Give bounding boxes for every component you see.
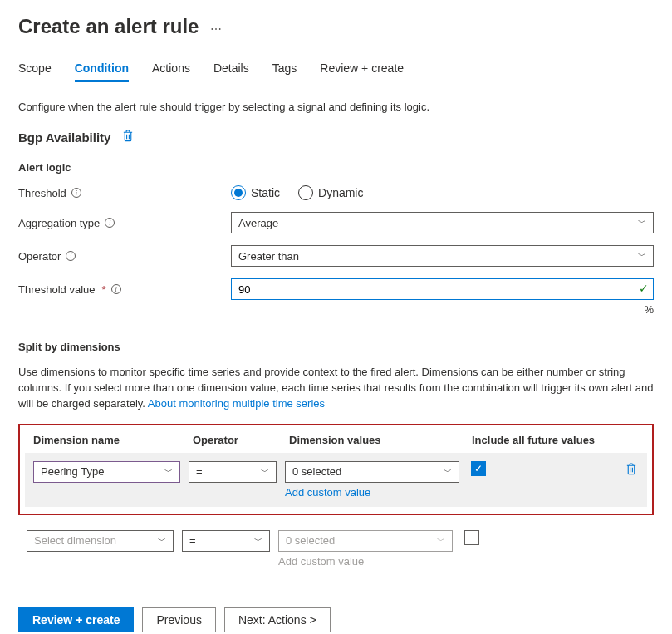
chevron-down-icon: ﹀: [164, 466, 173, 478]
dimension-operator-select[interactable]: = ﹀: [182, 530, 270, 552]
add-custom-value-link: Add custom value: [278, 555, 453, 568]
chevron-down-icon: ﹀: [261, 466, 269, 478]
page-title: Create an alert rule: [18, 15, 199, 38]
dimension-values-select[interactable]: 0 selected ﹀: [278, 530, 453, 552]
tab-scope[interactable]: Scope: [18, 61, 52, 82]
operator-select[interactable]: Greater than ﹀: [231, 245, 654, 267]
add-custom-value-link[interactable]: Add custom value: [285, 486, 459, 499]
tab-actions[interactable]: Actions: [152, 61, 190, 82]
previous-button[interactable]: Previous: [142, 607, 215, 632]
threshold-value-input[interactable]: [231, 278, 654, 300]
more-actions-icon[interactable]: ⋯: [210, 17, 223, 36]
chevron-down-icon: ﹀: [158, 535, 166, 547]
delete-signal-button[interactable]: [122, 130, 134, 145]
info-icon[interactable]: i: [66, 251, 76, 261]
info-icon[interactable]: i: [105, 218, 115, 228]
check-icon: ✓: [639, 282, 649, 295]
dimension-row: Peering Type ﹀ = ﹀ 0 selected ﹀ Add cust…: [25, 453, 647, 507]
aggregation-label: Aggregation type: [18, 217, 100, 229]
operator-label: Operator: [18, 250, 61, 263]
chevron-down-icon: ﹀: [638, 217, 646, 229]
col-dimension-name: Dimension name: [33, 434, 193, 446]
alert-logic-heading: Alert logic: [18, 161, 654, 174]
col-operator: Operator: [193, 434, 289, 446]
trash-icon: [122, 130, 134, 142]
multi-timeseries-link[interactable]: About monitoring multiple time series: [148, 397, 325, 410]
tab-condition[interactable]: Condition: [75, 61, 129, 82]
chevron-down-icon: ﹀: [254, 535, 262, 547]
split-heading: Split by dimensions: [18, 341, 654, 353]
aggregation-select[interactable]: Average ﹀: [231, 212, 654, 233]
chevron-down-icon: ﹀: [444, 466, 452, 478]
threshold-label: Threshold: [18, 187, 66, 199]
dimension-row: Select dimension ﹀ = ﹀ 0 selected ﹀ Add …: [18, 522, 654, 576]
chevron-down-icon: ﹀: [638, 250, 646, 262]
threshold-radio-static[interactable]: Static: [231, 185, 280, 200]
col-future-values: Include all future values: [472, 434, 639, 446]
delete-dimension-button[interactable]: [625, 463, 637, 478]
tab-review-create[interactable]: Review + create: [320, 61, 404, 82]
tab-details[interactable]: Details: [213, 61, 249, 82]
dimension-name-select[interactable]: Peering Type ﹀: [33, 461, 180, 483]
include-future-checkbox[interactable]: [464, 530, 479, 545]
required-indicator: *: [102, 283, 106, 296]
threshold-radio-group: Static Dynamic: [231, 185, 363, 200]
threshold-value-label: Threshold value: [18, 283, 96, 296]
dimension-highlight-box: Dimension name Operator Dimension values…: [18, 424, 654, 515]
tab-description: Configure when the alert rule should tri…: [18, 101, 654, 113]
split-description: Use dimensions to monitor specific time …: [18, 365, 654, 412]
unit-label: %: [231, 303, 654, 316]
review-create-button[interactable]: Review + create: [18, 607, 134, 632]
threshold-radio-dynamic[interactable]: Dynamic: [298, 185, 363, 200]
info-icon[interactable]: i: [71, 188, 81, 198]
signal-name: Bgp Availability: [18, 130, 110, 145]
info-icon[interactable]: i: [111, 284, 121, 294]
dimension-values-select[interactable]: 0 selected ﹀: [285, 461, 459, 483]
include-future-checkbox[interactable]: ✓: [471, 461, 486, 476]
col-dimension-values: Dimension values: [289, 434, 472, 446]
chevron-down-icon: ﹀: [437, 535, 445, 547]
tab-tags[interactable]: Tags: [272, 61, 297, 82]
dimension-operator-select[interactable]: = ﹀: [189, 461, 277, 483]
next-button[interactable]: Next: Actions >: [224, 607, 331, 632]
tab-bar: Scope Condition Actions Details Tags Rev…: [18, 61, 654, 82]
trash-icon: [625, 463, 637, 475]
dimension-name-select[interactable]: Select dimension ﹀: [27, 530, 174, 552]
